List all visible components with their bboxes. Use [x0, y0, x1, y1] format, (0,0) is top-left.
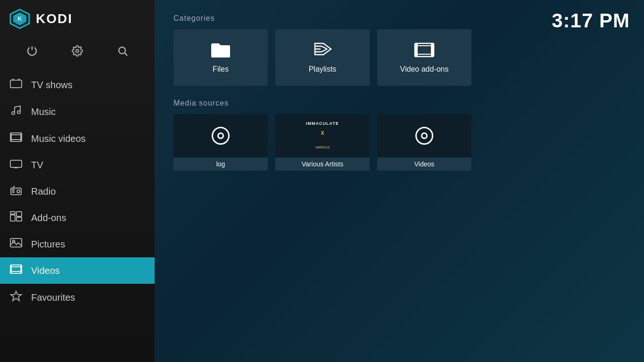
va-thumbnail-text: IMMACULATE — [306, 121, 339, 126]
sidebar-item-label-videos: Videos — [31, 265, 60, 276]
svg-rect-26 — [17, 212, 22, 216]
main-content: 3:17 PM Categories Files — [155, 0, 644, 362]
power-button[interactable] — [22, 42, 42, 62]
svg-rect-46 — [415, 43, 418, 57]
sidebar-item-music[interactable]: Music — [0, 98, 155, 125]
categories-tiles: Files Playlists — [173, 29, 625, 86]
svg-line-38 — [322, 46, 327, 49]
hdd-icon-log — [212, 127, 230, 145]
sidebar-item-videos[interactable]: Videos — [0, 257, 155, 284]
svg-rect-15 — [20, 133, 22, 141]
tile-videos-source-label: Videos — [413, 157, 437, 171]
logo-area: K KODI — [0, 0, 155, 38]
radio-icon — [9, 185, 23, 198]
svg-rect-47 — [431, 43, 434, 57]
svg-point-20 — [17, 190, 20, 193]
svg-text:X: X — [321, 131, 324, 136]
film-strip-icon — [414, 41, 435, 61]
tile-various-artists[interactable]: IMMACULATE X VARIOUS Various Artists — [275, 114, 370, 171]
media-sources-label: Media sources — [173, 99, 625, 107]
sidebar-item-label-add-ons: Add-ons — [31, 213, 66, 223]
media-sources-section: Media sources log IMMACULATE — [173, 99, 625, 171]
kodi-logo-icon: K — [9, 8, 30, 29]
sidebar-item-favourites[interactable]: Favourites — [0, 284, 155, 311]
svg-text:K: K — [18, 16, 22, 22]
clock-display: 3:17 PM — [552, 9, 630, 32]
sidebar-item-label-music-videos: Music videos — [31, 133, 86, 144]
svg-point-3 — [76, 49, 79, 52]
sidebar-item-label-tv: TV — [31, 160, 43, 171]
svg-rect-33 — [10, 271, 22, 272]
tile-videos-source[interactable]: Videos — [377, 114, 471, 171]
settings-button[interactable] — [67, 42, 88, 62]
svg-point-9 — [12, 112, 15, 115]
app-logo-text: KODI — [36, 11, 73, 26]
sidebar-item-label-radio: Radio — [31, 186, 56, 197]
sidebar-item-tv-shows[interactable]: TV shows — [0, 72, 155, 98]
sidebar: K KODI — [0, 0, 155, 362]
svg-marker-36 — [11, 291, 21, 301]
svg-rect-16 — [10, 160, 22, 167]
svg-rect-27 — [17, 217, 22, 221]
music-icon — [9, 105, 23, 119]
tile-files[interactable]: Files — [173, 29, 268, 86]
svg-rect-34 — [10, 265, 12, 273]
svg-rect-6 — [10, 80, 22, 88]
tile-various-artists-thumbnail: IMMACULATE X VARIOUS — [275, 114, 370, 157]
tile-video-add-ons[interactable]: Video add-ons — [377, 29, 471, 86]
add-ons-icon — [9, 211, 23, 224]
tile-videos-icon-area — [377, 114, 471, 157]
tile-files-label: Files — [213, 65, 229, 74]
music-videos-icon — [9, 132, 23, 145]
sidebar-item-label-pictures: Pictures — [31, 239, 65, 250]
tile-playlists[interactable]: Playlists — [275, 29, 370, 86]
tile-video-add-ons-label: Video add-ons — [400, 65, 449, 74]
sidebar-item-label-favourites: Favourites — [31, 292, 75, 303]
sidebar-item-radio[interactable]: Radio — [0, 178, 155, 205]
svg-text:VARIOUS: VARIOUS — [315, 146, 330, 149]
svg-line-5 — [125, 53, 128, 56]
tile-various-artists-label: Various Artists — [300, 157, 345, 171]
svg-rect-28 — [10, 212, 15, 214]
svg-rect-14 — [10, 133, 12, 141]
tile-log-icon-area — [173, 114, 268, 157]
tile-playlists-label: Playlists — [309, 65, 337, 74]
sidebar-item-add-ons[interactable]: Add-ons — [0, 205, 155, 231]
favourites-icon — [9, 290, 23, 304]
videos-nav-icon — [9, 264, 23, 277]
svg-rect-31 — [10, 265, 22, 273]
svg-point-10 — [17, 111, 20, 114]
svg-rect-25 — [10, 215, 15, 221]
top-icons-bar — [0, 38, 155, 72]
va-artwork-icon: X VARIOUS — [308, 127, 337, 150]
sidebar-item-label-music: Music — [31, 107, 56, 117]
sidebar-item-music-videos[interactable]: Music videos — [0, 125, 155, 152]
search-button[interactable] — [112, 42, 133, 62]
svg-point-4 — [119, 47, 125, 54]
hdd-icon-videos — [415, 127, 433, 145]
svg-rect-11 — [10, 133, 22, 141]
folder-icon — [210, 41, 231, 61]
tile-log[interactable]: log — [173, 114, 268, 171]
media-sources-tiles: log IMMACULATE X VARIOUS — [173, 114, 625, 171]
svg-rect-35 — [20, 265, 22, 273]
svg-rect-13 — [10, 139, 22, 140]
pictures-icon — [9, 238, 23, 251]
svg-line-39 — [322, 49, 327, 52]
svg-rect-12 — [10, 134, 22, 135]
nav-list: TV shows Music — [0, 72, 155, 362]
sidebar-item-tv[interactable]: TV — [0, 152, 155, 178]
sidebar-item-label-tv-shows: TV shows — [31, 80, 73, 90]
tv-shows-icon — [9, 78, 23, 91]
playlist-icon — [313, 41, 332, 61]
tile-log-label: log — [215, 157, 227, 171]
sidebar-item-pictures[interactable]: Pictures — [0, 231, 155, 257]
tv-icon — [9, 158, 23, 172]
svg-rect-32 — [10, 266, 22, 267]
